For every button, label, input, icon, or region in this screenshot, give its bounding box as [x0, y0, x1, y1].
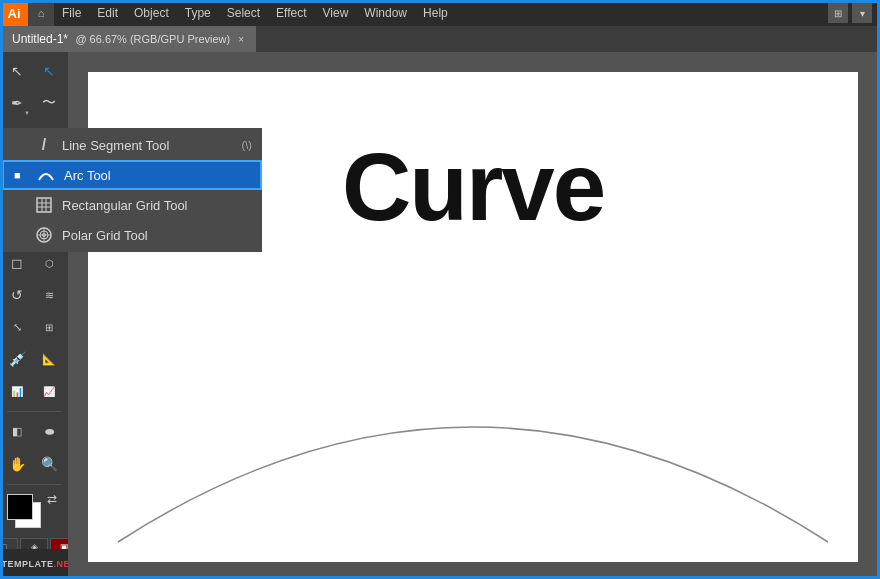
menu-window[interactable]: Window: [356, 0, 415, 26]
column-graph-icon: 📈: [43, 386, 55, 397]
menu-type[interactable]: Type: [177, 0, 219, 26]
menubar: Ai ⌂ File Edit Object Type Select Effect…: [0, 0, 880, 26]
graph-icon: 📊: [11, 386, 23, 397]
eyedropper-icon: 💉: [9, 351, 26, 367]
gradient-tool[interactable]: ◧: [2, 417, 32, 447]
menu-select[interactable]: Select: [219, 0, 268, 26]
scale-icon: ⤡: [13, 321, 22, 334]
color-area: ⇄: [7, 494, 61, 532]
free-transform-tool[interactable]: ⊞: [34, 312, 64, 342]
toolbar-row-11: 📊 📈: [2, 376, 66, 406]
toolbar-row-7: ◻ ⬡: [2, 248, 66, 278]
toolbar-row-10: 💉 📐: [2, 344, 66, 374]
scale-tool[interactable]: ⤡: [2, 312, 32, 342]
rectangular-grid-tool-item[interactable]: Rectangular Grid Tool: [2, 190, 262, 220]
toolbar-separator-1: [7, 411, 61, 412]
app-logo: Ai: [0, 0, 28, 26]
foreground-color-box[interactable]: [7, 494, 33, 520]
tab-close-button[interactable]: ×: [238, 34, 244, 45]
menubar-items: File Edit Object Type Select Effect View…: [54, 0, 456, 26]
polar-grid-label: Polar Grid Tool: [62, 228, 148, 243]
active-tab[interactable]: Untitled-1* @ 66.67% (RGB/GPU Preview) ×: [0, 26, 256, 52]
rectangular-grid-label: Rectangular Grid Tool: [62, 198, 188, 213]
warp-icon: ≋: [45, 289, 54, 302]
measure-tool[interactable]: 📐: [34, 344, 64, 374]
rotate-icon: ↺: [11, 287, 23, 303]
zoom-icon: 🔍: [41, 456, 58, 472]
toolbar-row-12: ◧ ⬬: [2, 417, 66, 447]
pen-tool[interactable]: ✒ ▼: [2, 88, 32, 118]
perspective-grid-tool[interactable]: ⬡: [34, 248, 64, 278]
menu-object[interactable]: Object: [126, 0, 177, 26]
selection-icon: ↖: [11, 63, 23, 79]
free-transform-icon: ⊞: [45, 322, 53, 333]
polar-grid-dropdown-icon: [34, 225, 54, 245]
hand-icon: ✋: [9, 456, 26, 472]
eraser-tool[interactable]: ◻: [2, 248, 32, 278]
direct-selection-icon: ↖: [43, 63, 55, 79]
zoom-tool[interactable]: 🔍: [34, 449, 64, 479]
curvature-icon: 〜: [42, 94, 56, 112]
graph-tool[interactable]: 📊: [2, 376, 32, 406]
line-segment-shortcut: (\): [242, 139, 252, 151]
tab-label: Untitled-1* @ 66.67% (RGB/GPU Preview): [12, 32, 230, 46]
svg-rect-0: [37, 198, 51, 212]
tool-dropdown-menu: / Line Segment Tool (\) ■ Arc Tool Recta…: [2, 128, 262, 252]
expand-icon[interactable]: ▾: [852, 3, 872, 23]
toolbar-row-13: ✋ 🔍: [2, 449, 66, 479]
arc-curve-svg: [88, 342, 858, 562]
menu-help[interactable]: Help: [415, 0, 456, 26]
line-segment-dropdown-icon: /: [34, 135, 54, 155]
toolbar-row-1: ↖ ↖: [2, 56, 66, 86]
arc-check-icon: ■: [14, 169, 28, 181]
blend-tool[interactable]: ⬬: [34, 417, 64, 447]
swap-colors-button[interactable]: ⇄: [47, 492, 57, 506]
selection-tool[interactable]: ↖: [2, 56, 32, 86]
menu-effect[interactable]: Effect: [268, 0, 314, 26]
direct-selection-tool[interactable]: ↖: [34, 56, 64, 86]
pen-icon: ✒: [11, 95, 23, 111]
template-logo-text: TEMPLATE.NET: [2, 559, 76, 569]
blend-icon: ⬬: [45, 425, 54, 438]
toolbar-row-2: ✒ ▼ 〜: [2, 88, 66, 118]
curvature-tool[interactable]: 〜: [34, 88, 64, 118]
rotate-tool[interactable]: ↺: [2, 280, 32, 310]
home-button[interactable]: ⌂: [28, 0, 54, 26]
perspective-grid-icon: ⬡: [45, 258, 54, 269]
corner-arrow-icon: ▼: [24, 110, 30, 116]
line-segment-label: Line Segment Tool: [62, 138, 169, 153]
gradient-icon: ◧: [12, 425, 22, 438]
menubar-right: ⊞ ▾: [828, 3, 880, 23]
menu-view[interactable]: View: [315, 0, 357, 26]
hand-tool[interactable]: ✋: [2, 449, 32, 479]
curve-text: Curve: [342, 132, 604, 242]
rectangular-grid-dropdown-icon: [34, 195, 54, 215]
eraser-icon: ◻: [11, 255, 23, 271]
template-logo-area: T TEMPLATE.NET: [0, 549, 68, 579]
arc-dropdown-icon: [36, 165, 56, 185]
measure-icon: 📐: [42, 353, 56, 366]
menu-edit[interactable]: Edit: [89, 0, 126, 26]
arc-tool-item[interactable]: ■ Arc Tool: [2, 160, 262, 190]
toolbar-row-9: ⤡ ⊞: [2, 312, 66, 342]
warp-tool[interactable]: ≋: [34, 280, 64, 310]
line-segment-tool-item[interactable]: / Line Segment Tool (\): [2, 130, 262, 160]
polar-grid-tool-item[interactable]: Polar Grid Tool: [2, 220, 262, 250]
menu-file[interactable]: File: [54, 0, 89, 26]
toolbar-row-8: ↺ ≋: [2, 280, 66, 310]
toolbar-separator-2: [7, 484, 61, 485]
tabbar: Untitled-1* @ 66.67% (RGB/GPU Preview) ×: [0, 26, 880, 52]
eyedropper-tool[interactable]: 💉: [2, 344, 32, 374]
column-graph-tool[interactable]: 📈: [34, 376, 64, 406]
arc-tool-label: Arc Tool: [64, 168, 111, 183]
workspace-switcher[interactable]: ⊞: [828, 3, 848, 23]
